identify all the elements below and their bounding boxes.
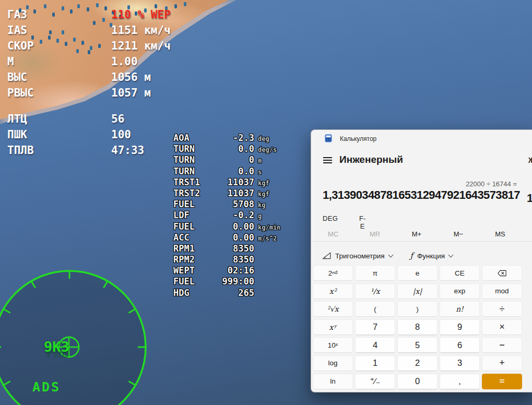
hud-param-value: 100 <box>111 127 131 142</box>
telemetry-unit: kgf <box>258 189 269 200</box>
memory-button[interactable]: M+ <box>396 228 438 240</box>
memory-button[interactable]: MS <box>479 228 521 240</box>
calc-key[interactable]: + <box>482 355 522 371</box>
hud-param-label: ПШК <box>7 128 27 141</box>
calc-key[interactable]: mod <box>482 283 522 299</box>
calc-key[interactable]: exp <box>440 283 480 299</box>
calc-key[interactable]: 0 <box>397 374 438 389</box>
calc-key[interactable]: 3 <box>440 355 480 371</box>
hud-param-value: 1057 м <box>111 85 151 101</box>
telemetry-row: FUEL5708kg <box>173 199 280 210</box>
chevron-down-icon <box>388 253 393 258</box>
calc-key-label: 5 <box>415 340 420 350</box>
telemetry-row: ACC0.00m/s^2 <box>173 232 280 243</box>
tree-dots <box>0 0 3 4</box>
calc-key[interactable]: xʸ <box>313 319 353 335</box>
calc-key[interactable]: 5 <box>397 337 438 353</box>
calc-key-label: , <box>458 376 461 386</box>
calc-key[interactable]: CE <box>440 265 480 281</box>
calculator-window: Калькулятор Инженерный Журнал 22000 ÷ 16… <box>311 129 532 392</box>
angle-unit-button[interactable]: DEG <box>321 213 340 223</box>
menu-button[interactable] <box>318 152 337 168</box>
mode-title: Инженерный <box>339 154 403 165</box>
calc-key[interactable]: × <box>482 319 522 335</box>
calc-key[interactable]: = <box>482 374 522 389</box>
calc-key-label: = <box>500 376 505 387</box>
calc-key-label: × <box>499 321 505 332</box>
calc-key[interactable]: − <box>482 337 522 353</box>
function-dropdown[interactable]: ƒ Функция <box>408 250 455 261</box>
calc-key[interactable]: 9 <box>440 319 480 335</box>
hud-flight-params: ГАЗ 110 % WEP IAS 1151 км/ч СКОР 1211 км… <box>7 7 34 158</box>
calc-key-label: 7 <box>373 322 377 332</box>
calc-key-label: π <box>373 269 377 277</box>
chevron-down-icon <box>448 253 454 258</box>
telemetry-panel: AOA-2.3deg TURN0.0deg/s TURN0m TURN0.0s … <box>173 133 280 299</box>
calc-key[interactable]: n! <box>440 301 480 317</box>
hud-param-value: 1211 км/ч <box>111 38 171 54</box>
backspace-icon <box>498 270 506 277</box>
expression-line: 22000 ÷ 16744 = <box>466 180 517 188</box>
telemetry-label: RPM1 <box>173 243 205 254</box>
calc-key[interactable]: |x| <box>397 283 438 299</box>
calc-key-label: ( <box>374 305 376 313</box>
calc-key-label: − <box>499 340 505 351</box>
calc-key[interactable]: 6 <box>440 337 480 353</box>
telemetry-unit: kg/min <box>258 222 280 233</box>
telemetry-label: AOA <box>173 133 205 144</box>
calc-key[interactable]: 2ⁿᵈ <box>313 265 353 281</box>
calc-key[interactable]: 8 <box>397 319 438 335</box>
hud-param-label: М <box>7 55 14 68</box>
telemetry-label: WEPT <box>173 265 205 276</box>
calc-key[interactable]: 2 <box>397 355 438 371</box>
memory-button[interactable]: MC <box>312 228 354 240</box>
calculator-titlebar[interactable]: Калькулятор <box>311 130 532 148</box>
calc-key[interactable]: ²√x <box>313 301 353 317</box>
calc-key[interactable]: , <box>440 374 480 389</box>
hud-param-value: 56 <box>111 111 124 127</box>
calc-key[interactable]: ÷ <box>482 301 522 317</box>
telemetry-value: 0.00 <box>205 221 254 232</box>
memory-button[interactable]: M− <box>438 228 479 240</box>
calc-key[interactable]: log <box>313 355 353 371</box>
calc-key-label: 8 <box>415 322 420 332</box>
calc-key-label: ⁺∕₋ <box>370 376 380 386</box>
hud-param-label: ЛТЦ <box>7 113 27 125</box>
hud-row: ТПЛВ 47:33 <box>7 142 34 158</box>
calc-key[interactable]: 4 <box>355 337 395 353</box>
calc-key[interactable]: 1 <box>355 355 395 371</box>
calc-key-label: 6 <box>457 340 462 350</box>
calc-key[interactable]: e <box>397 265 438 281</box>
calc-key[interactable]: π <box>355 265 395 281</box>
history-entry-result: 1,3139034878165312947921643573817 <box>527 192 532 205</box>
telemetry-unit: s <box>258 167 262 178</box>
calc-key-label: 2 <box>415 358 420 368</box>
telemetry-row: AOA-2.3deg <box>173 133 280 144</box>
calc-key[interactable]: x² <box>313 283 353 299</box>
telemetry-value: -0.2 <box>205 210 254 221</box>
calc-key[interactable] <box>482 265 522 281</box>
telemetry-unit: kg <box>258 200 265 211</box>
calc-key[interactable]: 7 <box>355 319 395 335</box>
game-screen: ГАЗ 110 % WEP IAS 1151 км/ч СКОР 1211 км… <box>0 0 532 405</box>
memory-button[interactable]: MR <box>354 228 396 240</box>
calculator-app-icon <box>324 134 333 142</box>
calc-key[interactable]: ) <box>397 301 438 317</box>
calc-key[interactable]: ( <box>355 301 395 317</box>
telemetry-label: TURN <box>173 144 205 154</box>
telemetry-label: ACC <box>173 232 205 243</box>
calc-key[interactable]: 10ˣ <box>313 337 353 353</box>
calc-key[interactable]: ln <box>313 374 353 389</box>
telemetry-row: FUEL999:00 <box>173 276 280 287</box>
hud-row: М 1.00 <box>7 54 34 69</box>
telemetry-value: 11037 <box>205 177 254 188</box>
trigonometry-dropdown[interactable]: Тригонометрия <box>320 251 395 261</box>
calc-key-label: 9 <box>457 322 462 332</box>
calc-key[interactable]: ¹∕x <box>355 283 395 299</box>
angle-triangle-icon <box>322 252 331 259</box>
telemetry-value: 5708 <box>205 199 254 210</box>
hud-param-value: 47:33 <box>111 142 144 158</box>
hud-row: ВЫС 1056 м <box>7 69 34 85</box>
calc-key[interactable]: ⁺∕₋ <box>355 374 395 389</box>
telemetry-row: RPM28350 <box>173 254 280 265</box>
